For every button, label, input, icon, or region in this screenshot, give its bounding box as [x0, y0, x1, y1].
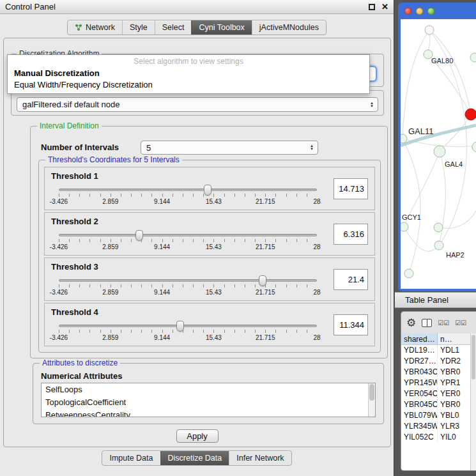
scale-label: 15.43	[206, 198, 222, 205]
threshold-label: Threshold 1	[51, 171, 98, 181]
attributes-scrollbar[interactable]	[368, 383, 375, 417]
scale-label: -3.426	[50, 289, 68, 296]
tab-impute-data[interactable]: Impute Data	[102, 451, 160, 465]
network-node[interactable]	[434, 146, 445, 157]
select-all-checkboxes-icon[interactable]: ☑☑	[438, 319, 449, 326]
tab-label: Discretize Data	[168, 454, 222, 463]
column-header-shared-name[interactable]: shared…	[401, 334, 438, 344]
slider-track[interactable]	[59, 325, 317, 327]
cell[interactable]: YIL052C	[401, 432, 438, 443]
table-row[interactable]: YDL19…YDL1	[401, 345, 470, 356]
table-row[interactable]: YER054CYER0	[401, 388, 470, 399]
cell[interactable]: YER054C	[401, 388, 438, 399]
list-item[interactable]: SelfLoops	[42, 383, 375, 396]
mac-zoom-icon[interactable]	[427, 8, 434, 15]
network-canvas[interactable]: GAL80 GAL11 GAL4 GCY1 HAP2	[401, 19, 476, 289]
threshold-value-field[interactable]: 14.713	[334, 178, 368, 199]
threshold-label: Threshold 3	[51, 262, 98, 272]
columns-icon[interactable]	[422, 319, 432, 327]
cell[interactable]: YBR045C	[401, 399, 438, 410]
select-none-checkboxes-icon[interactable]: ☑☑	[455, 319, 466, 326]
tab-discretize-data[interactable]: Discretize Data	[160, 451, 229, 465]
control-panel-window: Control Panel ✕ Network Style Select Cyn…	[0, 0, 394, 476]
scrollbar-thumb[interactable]	[472, 335, 475, 380]
tab-cyni-toolbox[interactable]: Cyni Toolbox	[191, 20, 251, 35]
table-row[interactable]: YBR043CYBR0	[401, 367, 470, 378]
table-row[interactable]: YBR045CYBR0	[401, 399, 470, 410]
number-of-intervals-value: 5	[146, 143, 151, 153]
tab-network[interactable]: Network	[68, 20, 122, 35]
dropdown-prompt: Select algorithm to view settings	[8, 55, 369, 67]
cell[interactable]: YPR145W	[401, 378, 438, 388]
table-row[interactable]: YBL079WYBL0	[401, 410, 470, 421]
table-panel-header[interactable]: Table Panel	[395, 292, 476, 308]
cell[interactable]: YLR345W	[401, 421, 438, 432]
tab-infer-network[interactable]: Infer Network	[229, 451, 291, 465]
tab-jactivemnodules[interactable]: jActiveMNodules	[252, 20, 326, 35]
dropdown-option-equal-width[interactable]: Equal Width/Frequency Discretization	[8, 79, 369, 90]
network-node[interactable]	[470, 53, 476, 62]
cell[interactable]: YBL079W	[401, 410, 438, 421]
table-row[interactable]: YDR27…YDR2	[401, 356, 470, 367]
threshold-value-field[interactable]: 21.4	[334, 269, 368, 290]
threshold-value-field[interactable]: 6.316	[334, 224, 368, 245]
slider-ticks	[59, 330, 317, 333]
threshold-slider-3: -3.426 2.859 9.144 15.43 21.715 28	[51, 273, 325, 299]
network-node[interactable]	[401, 134, 407, 143]
cyni-toolbox-panel: Discretization Algorithm Select algorith…	[3, 38, 391, 447]
mac-close-icon[interactable]	[404, 8, 411, 15]
gear-icon[interactable]: ⚙	[406, 318, 416, 328]
network-node[interactable]	[404, 269, 413, 278]
tab-select[interactable]: Select	[155, 20, 192, 35]
list-item[interactable]: BetweennessCentrality	[42, 409, 375, 417]
table-row[interactable]: YIL052CYIL0	[401, 432, 470, 443]
network-view-window: GAL80 GAL11 GAL4 GCY1 HAP2	[398, 3, 476, 291]
cell[interactable]: YPR1	[438, 378, 470, 388]
apply-button[interactable]: Apply	[176, 429, 219, 443]
cell[interactable]: YLR3	[438, 421, 470, 432]
scale-label: 21.715	[256, 289, 275, 296]
close-icon[interactable]: ✕	[381, 4, 388, 10]
column-header-name[interactable]: n…	[438, 334, 470, 344]
table-row[interactable]: YLR345WYLR3	[401, 421, 470, 432]
float-window-icon[interactable]	[369, 4, 375, 10]
network-node[interactable]	[401, 222, 408, 231]
cell[interactable]: YDR2	[438, 356, 470, 367]
table-scrollbar[interactable]	[470, 334, 476, 470]
scale-label: 28	[313, 334, 320, 341]
cell[interactable]: YDL1	[438, 345, 470, 356]
threshold-slider-2: -3.426 2.859 9.144 15.43 21.715 28	[51, 228, 325, 254]
tab-label: Select	[162, 23, 185, 32]
threshold-value-field[interactable]: 11.344	[334, 314, 368, 335]
table-row[interactable]: YPR145WYPR1	[401, 378, 470, 388]
number-of-intervals-select[interactable]: 5 ▲▼	[141, 141, 318, 155]
cell[interactable]: YBR043C	[401, 367, 438, 378]
network-node[interactable]	[434, 241, 443, 250]
window-controls	[404, 8, 434, 15]
slider-track[interactable]	[59, 234, 317, 236]
network-node[interactable]	[434, 223, 443, 232]
scrollbar-thumb[interactable]	[369, 384, 374, 401]
cell[interactable]: YBL0	[438, 410, 470, 421]
dropdown-option-manual-discretization[interactable]: Manual Discretization	[8, 67, 369, 79]
network-node[interactable]	[425, 26, 434, 35]
scale-label: 9.144	[154, 334, 170, 341]
threshold-label: Threshold 4	[51, 307, 98, 317]
tab-style[interactable]: Style	[122, 20, 155, 35]
group-title: Interval Definition	[37, 121, 102, 130]
slider-track[interactable]	[59, 279, 317, 282]
cell[interactable]: YDL19…	[401, 345, 438, 356]
selected-node[interactable]	[465, 109, 476, 120]
cell[interactable]: YDR27…	[401, 356, 438, 367]
cell[interactable]: YIL0	[438, 432, 470, 443]
cell[interactable]: YER0	[438, 388, 470, 399]
list-item[interactable]: TopologicalCoefficient	[42, 396, 375, 409]
cell[interactable]: YBR0	[438, 367, 470, 378]
cell[interactable]: YBR0	[438, 399, 470, 410]
mac-minimize-icon[interactable]	[416, 8, 423, 15]
network-node[interactable]	[472, 142, 476, 152]
scale-label: 9.144	[154, 289, 170, 296]
slider-track[interactable]	[59, 188, 317, 191]
table-data-select[interactable]: galFiltered.sif default node ▲▼	[17, 97, 378, 112]
scale-label: 2.859	[102, 243, 118, 250]
